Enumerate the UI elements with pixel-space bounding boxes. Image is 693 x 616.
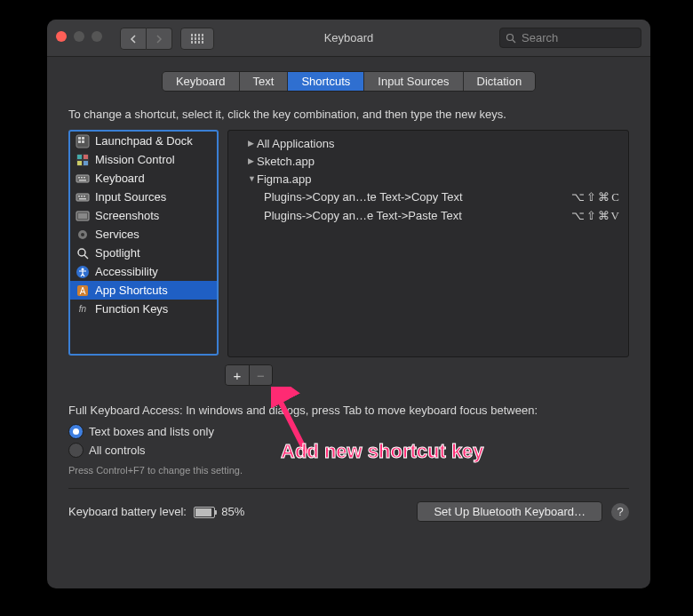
search-field[interactable] [499, 28, 641, 48]
shortcut-list[interactable]: ▶All Applications▶Sketch.app▼Figma.appPl… [227, 130, 629, 357]
show-all-button[interactable] [180, 28, 214, 50]
svg-line-27 [84, 255, 88, 259]
panes: Launchpad & DockMission ControlKeyboardI… [68, 130, 629, 357]
category-accessibility[interactable]: Accessibility [70, 262, 217, 281]
svg-rect-11 [84, 161, 88, 165]
group-label: Sketch.app [257, 155, 621, 168]
radio-icon [68, 424, 84, 439]
shortcut-keys: ⌥⇧⌘V [571, 209, 621, 223]
svg-rect-21 [79, 198, 86, 200]
svg-point-29 [82, 268, 84, 270]
category-label: Keyboard [95, 172, 145, 185]
svg-rect-4 [82, 137, 84, 140]
minimize-icon[interactable] [74, 31, 84, 42]
battery-status: Keyboard battery level: 85% [68, 505, 244, 518]
kb-icon [76, 190, 90, 204]
battery-label: Keyboard battery level: [68, 505, 187, 518]
svg-rect-10 [77, 161, 82, 165]
category-list[interactable]: Launchpad & DockMission ControlKeyboardI… [68, 130, 219, 356]
spot-icon [76, 246, 90, 260]
svg-rect-5 [78, 140, 81, 143]
svg-rect-16 [79, 180, 86, 181]
traffic-lights [56, 31, 102, 42]
svg-point-0 [507, 34, 514, 40]
category-label: Services [95, 228, 139, 241]
category-label: Spotlight [95, 246, 140, 260]
svg-rect-19 [81, 196, 83, 197]
footer: Keyboard battery level: 85% Set Up Bluet… [68, 501, 629, 522]
svg-rect-17 [76, 194, 89, 201]
svg-rect-15 [84, 177, 85, 179]
add-remove-buttons: + − [225, 364, 273, 386]
category-label: Mission Control [95, 153, 175, 166]
category-screenshots[interactable]: Screenshots [70, 206, 217, 225]
shortcut-group[interactable]: ▶All Applications [228, 134, 628, 152]
zoom-icon[interactable] [92, 31, 102, 42]
shortcut-item[interactable]: Plugins->Copy an…e Text->Paste Text⌥⇧⌘V [228, 206, 628, 225]
shortcut-item[interactable]: Plugins->Copy an…te Text->Copy Text⌥⇧⌘C [228, 188, 628, 206]
category-launchpad-dock[interactable]: Launchpad & Dock [70, 132, 217, 150]
fn-icon: fn [76, 302, 90, 316]
tab-dictation[interactable]: Dictation [464, 72, 536, 91]
forward-button[interactable] [147, 28, 172, 50]
disclosure-icon: ▼ [248, 174, 257, 183]
radio-icon [68, 443, 84, 458]
tab-shortcuts[interactable]: Shortcuts [288, 72, 364, 91]
category-keyboard[interactable]: Keyboard [70, 169, 217, 188]
svg-rect-13 [78, 177, 80, 179]
shortcut-group[interactable]: ▼Figma.app [228, 170, 628, 188]
tab-input-sources[interactable]: Input Sources [364, 72, 463, 91]
category-function-keys[interactable]: fnFunction Keys [70, 300, 217, 318]
grid-icon [191, 34, 204, 44]
category-label: Function Keys [95, 302, 168, 316]
category-services[interactable]: Services [70, 225, 217, 244]
help-button[interactable]: ? [611, 503, 629, 521]
instruction-text: To change a shortcut, select it, click t… [68, 108, 629, 121]
category-label: Screenshots [95, 209, 159, 222]
category-input-sources[interactable]: Input Sources [70, 188, 217, 206]
fka-option-all[interactable]: All controls [68, 441, 629, 460]
shortcut-label: Plugins->Copy an…te Text->Copy Text [264, 190, 571, 204]
app-icon: A [76, 284, 90, 298]
category-app-shortcuts[interactable]: AApp Shortcuts [70, 281, 217, 300]
search-input[interactable] [520, 30, 650, 45]
svg-rect-14 [81, 177, 83, 179]
group-label: All Applications [257, 137, 621, 150]
tab-keyboard[interactable]: Keyboard [163, 72, 240, 91]
add-button[interactable]: + [226, 365, 249, 385]
mc-icon [76, 153, 90, 167]
fka-intro: Full Keyboard Access: In windows and dia… [68, 404, 629, 417]
tab-bar: KeyboardTextShortcutsInput SourcesDictat… [47, 71, 650, 92]
remove-button[interactable]: − [249, 365, 272, 385]
radio-label: All controls [89, 444, 146, 457]
preferences-window: Keyboard KeyboardTextShortcutsInput Sour… [47, 20, 650, 588]
category-label: App Shortcuts [95, 284, 168, 297]
close-icon[interactable] [56, 31, 67, 42]
svg-rect-20 [84, 196, 85, 197]
back-button[interactable] [120, 28, 147, 50]
svg-rect-9 [84, 155, 88, 159]
disclosure-icon: ▶ [248, 139, 257, 148]
gear-icon [76, 228, 90, 242]
ss-icon [76, 209, 90, 223]
category-spotlight[interactable]: Spotlight [70, 244, 217, 262]
svg-point-26 [78, 249, 85, 256]
shortcut-group[interactable]: ▶Sketch.app [228, 152, 628, 170]
acc-icon [76, 265, 90, 279]
fka-option-textboxes[interactable]: Text boxes and lists only [68, 422, 629, 441]
search-icon [506, 33, 516, 44]
disclosure-icon: ▶ [248, 156, 257, 165]
category-label: Input Sources [95, 190, 166, 204]
battery-icon [194, 507, 215, 518]
kb-icon [76, 172, 90, 186]
group-label: Figma.app [257, 172, 621, 186]
fka-radios: Text boxes and lists only All controls [68, 422, 629, 460]
category-mission-control[interactable]: Mission Control [70, 150, 217, 169]
tab-text[interactable]: Text [240, 72, 289, 91]
svg-line-1 [513, 40, 515, 43]
category-label: Launchpad & Dock [95, 134, 193, 148]
svg-rect-18 [78, 196, 80, 197]
shortcut-label: Plugins->Copy an…e Text->Paste Text [264, 209, 571, 222]
svg-text:A: A [80, 286, 86, 296]
bluetooth-setup-button[interactable]: Set Up Bluetooth Keyboard… [417, 501, 602, 522]
